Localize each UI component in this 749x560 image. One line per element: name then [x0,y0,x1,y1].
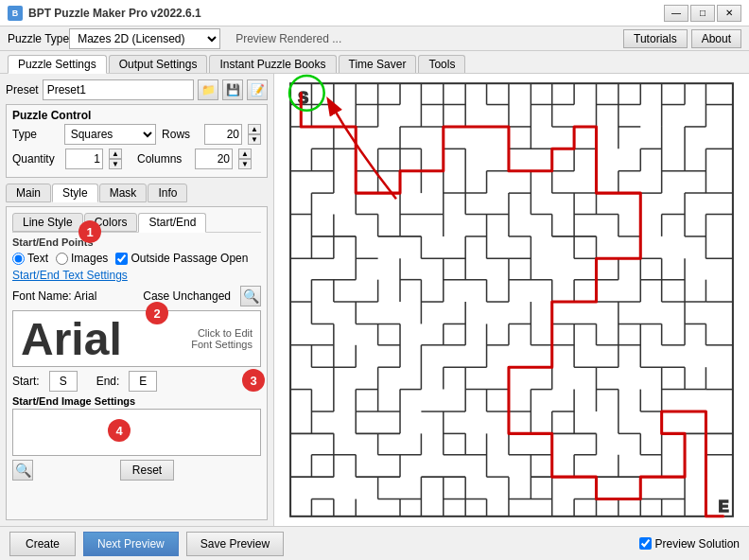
badge-3: 3 [242,369,265,392]
preset-folder-button[interactable]: 📁 [198,79,218,100]
rows-input[interactable] [204,124,242,145]
type-select[interactable]: Squares [64,124,156,145]
sub-tabs: Main Style Mask Info [6,184,268,202]
radio-text-label[interactable]: Text [12,252,48,265]
startend-section-label: Start/End Points [12,236,261,248]
puzzle-control: Puzzle Control Type Squares Rows ▲ ▼ Qua… [6,104,268,178]
rows-up[interactable]: ▲ [248,124,261,134]
text-settings-link-container: Start/End Text Settings [12,269,261,282]
about-button[interactable]: About [691,29,741,48]
quantity-up[interactable]: ▲ [109,149,122,159]
minimize-button[interactable]: — [664,5,688,22]
subtab-style[interactable]: Style [52,184,98,202]
preview-solution-text: Preview Solution [655,537,740,551]
start-end-values-row: Start: End: 3 [12,371,261,392]
outside-passage-label[interactable]: Outside Passage Open [115,252,248,265]
type-label: Type [12,128,59,141]
puzzle-type-label: Puzzle Type [8,32,69,45]
preset-input[interactable] [43,79,194,100]
quantity-down[interactable]: ▼ [109,159,122,169]
preset-save-button[interactable]: 💾 [222,79,243,100]
tab-tools[interactable]: Tools [418,55,465,73]
font-edit-label[interactable]: Click to EditFont Settings [191,327,253,350]
tab-instant-puzzle-books[interactable]: Instant Puzzle Books [209,55,336,73]
preset-row: Preset 📁 💾 📝 [6,79,268,100]
columns-label: Columns [137,152,189,166]
font-search-button[interactable]: 🔍 [240,286,261,306]
font-preview-box[interactable]: Arial Click to EditFont Settings 2 [12,310,261,367]
radio-images-label[interactable]: Images [56,252,108,265]
image-search-button[interactable]: 🔍 [12,460,33,481]
tab-output-settings[interactable]: Output Settings [109,55,208,73]
start-input[interactable] [49,371,78,392]
columns-down[interactable]: ▼ [238,159,252,169]
app-icon: B [8,6,23,21]
preset-label: Preset [6,83,39,96]
columns-spinner[interactable]: ▲ ▼ [238,149,252,169]
svg-text:E: E [719,498,729,515]
quantity-spinner[interactable]: ▲ ▼ [109,149,122,169]
rows-down[interactable]: ▼ [248,134,261,145]
puzzle-control-label: Puzzle Control [12,109,261,122]
window-controls: — □ ✕ [664,5,741,22]
app-title: BPT Puzzle Maker Pro v2022.6.1 [28,7,664,20]
end-label: End: [96,375,120,388]
quantity-label: Quantity [12,152,60,166]
innertab-startend[interactable]: Start/End [138,213,206,233]
tab-puzzle-settings[interactable]: Puzzle Settings [8,55,107,74]
right-panel: S E [274,74,749,526]
create-button[interactable]: Create [9,532,76,556]
font-name-label: Font Name: Arial [12,289,96,303]
innertab-colors[interactable]: Colors [84,213,138,232]
outside-passage-checkbox[interactable] [115,253,128,265]
image-settings-box: 4 [12,409,261,456]
preview-label: Preview Rendered ... [235,32,341,45]
preset-saveas-button[interactable]: 📝 [247,79,268,100]
preview-solution-checkbox[interactable] [639,537,652,550]
columns-input[interactable] [195,149,233,169]
quantity-input[interactable] [65,149,103,169]
maximize-button[interactable]: □ [690,5,715,22]
type-row: Type Squares Rows ▲ ▼ [12,124,261,145]
tab-time-saver[interactable]: Time Saver [339,55,417,73]
save-preview-button[interactable]: Save Preview [186,532,284,556]
rows-label: Rows [162,128,199,141]
innertab-linestyle[interactable]: Line Style [12,213,83,232]
text-settings-link[interactable]: Start/End Text Settings [12,269,128,282]
startend-content: Start/End Points Text Images Outside Pas… [12,236,261,481]
puzzle-type-select[interactable]: Mazes 2D (Licensed) [69,28,220,49]
radio-text[interactable] [12,253,25,265]
end-input[interactable] [129,371,157,392]
subtab-info[interactable]: Info [148,184,187,202]
subtab-main[interactable]: Main [6,184,51,202]
case-label: Case Unchanged [143,289,231,303]
rows-spinner[interactable]: ▲ ▼ [248,124,261,145]
reset-row: 🔍 Reset [12,460,261,481]
nav-tabs: Puzzle Settings Output Settings Instant … [0,51,749,74]
style-tab-content: Line Style Colors Start/End Start/End Po… [6,206,268,520]
next-preview-button[interactable]: Next Preview [83,532,179,556]
bottom-bar: Create Next Preview Save Preview Preview… [0,526,749,560]
main-layout: Preset 📁 💾 📝 Puzzle Control Type Squares… [0,74,749,526]
startend-radio-group: Text Images Outside Passage Open [12,252,261,265]
maze-svg: S E [274,74,749,526]
inner-tabs: Line Style Colors Start/End [12,213,261,233]
title-bar: B BPT Puzzle Maker Pro v2022.6.1 — □ ✕ [0,0,749,26]
preview-solution-label[interactable]: Preview Solution [639,537,740,551]
left-panel: Preset 📁 💾 📝 Puzzle Control Type Squares… [0,74,274,526]
subtab-mask[interactable]: Mask [99,184,148,202]
image-settings-label: Start/End Image Settings [12,395,261,407]
menu-row: Puzzle Type Mazes 2D (Licensed) Preview … [0,26,749,51]
maze-container: S E [274,74,749,526]
start-label: Start: [12,375,40,388]
tutorials-button[interactable]: Tutorials [623,29,688,48]
close-button[interactable]: ✕ [717,5,741,22]
radio-images[interactable] [56,253,68,265]
quantity-row: Quantity ▲ ▼ Columns ▲ ▼ [12,149,261,169]
badge-4: 4 [108,419,131,442]
reset-button[interactable]: Reset [120,460,174,481]
font-info-row: Font Name: Arial Case Unchanged 🔍 [12,286,261,306]
font-preview-text: Arial [21,313,122,365]
columns-up[interactable]: ▲ [238,149,252,159]
